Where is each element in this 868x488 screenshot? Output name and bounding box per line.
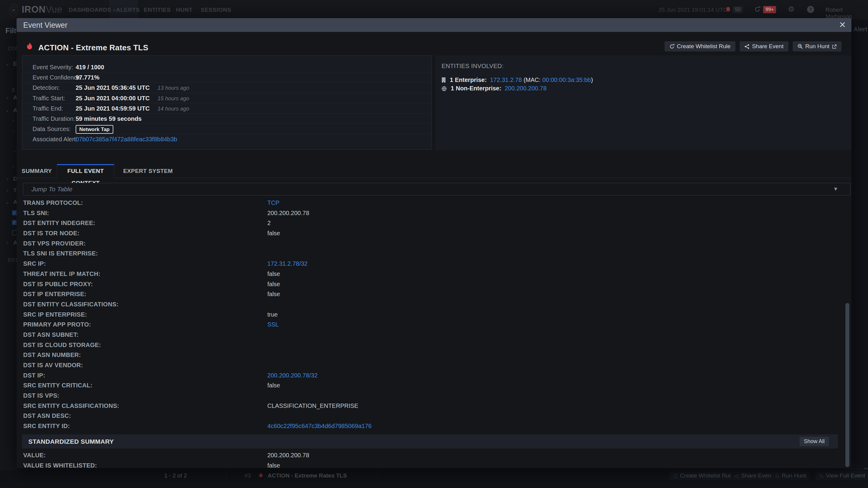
- jump-to-table-dropdown[interactable]: Jump To Table ▼: [23, 183, 850, 195]
- filters-sidebar: Filt COM ⌄ E S › A ⌄ A › › ⌄ › › D › T ⌄…: [0, 20, 17, 469]
- context-row: DST IS PUBLIC PROXY:false: [17, 279, 845, 290]
- external-link-icon: [832, 44, 837, 49]
- checkbox-checked-icon: ✓: [12, 220, 17, 225]
- mac-address-link[interactable]: 00:00:00:3a:35:bb: [542, 76, 591, 83]
- detail-row: Detection:25 Jun 2021 05:36:45 UTC13 hou…: [23, 83, 431, 93]
- modal-header: Event Viewer ✕: [17, 18, 851, 32]
- share-icon: [744, 44, 749, 49]
- bg-view-full-event-button: View Full Event: [815, 471, 868, 480]
- create-whitelist-rule-button[interactable]: Create Whitelist Rule: [664, 41, 735, 52]
- associated-alert-link[interactable]: 07b07c385a7f472a88feac33f8b84b3b: [76, 136, 177, 142]
- circular-arrow-icon: [670, 44, 675, 49]
- enterprise-ip-link[interactable]: 172.31.2.78: [490, 76, 522, 83]
- share-event-button[interactable]: Share Event: [740, 41, 788, 52]
- jump-to-table-placeholder: Jump To Table: [31, 183, 72, 195]
- context-row: TLS SNI:200.200.200.78: [17, 208, 845, 218]
- detail-row: Data Sources:Network Tap: [23, 124, 431, 134]
- sidebar-item: A: [13, 107, 17, 113]
- gear-icon: ⚙: [788, 5, 795, 13]
- detail-row: Traffic End:25 Jun 2021 04:59:59 UTC14 h…: [23, 103, 431, 113]
- detail-row: Event Severity:419 / 1000: [23, 62, 431, 72]
- chevron-down-icon: ⌄: [5, 107, 9, 113]
- chevron-right-icon: ›: [7, 95, 8, 100]
- data-source-badge: Network Tap: [76, 125, 113, 134]
- nav-sessions: SESSIONS: [201, 7, 231, 13]
- src-ip-link[interactable]: 172.31.2.78/32: [267, 260, 307, 267]
- context-row: DST IP:200.200.200.78/32: [17, 370, 845, 381]
- refresh-icon: [754, 6, 761, 12]
- context-row: SRC IP ENTERPRISE:true: [17, 310, 845, 320]
- enterprise-entity-row: 1 Enterprise: 172.31.2.78 (MAC: 00:00:00…: [441, 76, 851, 84]
- top-nav: IRONVue DASHBOARDS ▾ ALERTS ENTITIES HUN…: [0, 0, 868, 20]
- context-row: SRC ENTITY CLASSIFICATIONS:CLASSIFICATIO…: [17, 401, 845, 411]
- bg-create-whitelist-button: Create Whitelist Rule: [670, 471, 737, 480]
- context-row: DST ASN DESC:: [17, 411, 845, 421]
- entities-involved-panel: ENTITIES INVOLVED: 1 Enterprise: 172.31.…: [435, 56, 851, 150]
- logo-text: IRONVue: [22, 4, 62, 15]
- standardized-summary-title: STANDARDIZED SUMMARY: [28, 434, 114, 449]
- background-alert-text: Alert: [854, 26, 867, 33]
- trans-protocol-link[interactable]: TCP: [267, 199, 279, 206]
- chevron-right-icon: ›: [13, 128, 14, 133]
- event-viewer-modal: Event Viewer ✕ ACTION - Extreme Rates TL…: [17, 18, 851, 468]
- chevron-right-icon: ›: [7, 240, 8, 245]
- chevron-down-icon: ⌄: [13, 148, 17, 153]
- tab-expert-system-impact[interactable]: EXPERT SYSTEM IMPACT: [114, 164, 182, 178]
- context-row: SRC IP:172.31.2.78/32: [17, 259, 845, 269]
- detail-row: Event Confidence:97.771%: [23, 72, 431, 83]
- non-enterprise-ip-link[interactable]: 200.200.200.78: [505, 85, 547, 92]
- caret-down-icon: ▾: [113, 8, 116, 13]
- show-all-button[interactable]: Show All: [800, 437, 829, 446]
- dst-ip-link[interactable]: 200.200.200.78/32: [267, 372, 318, 379]
- bell-count-badge: 50: [733, 6, 743, 13]
- chevron-right-icon: ›: [7, 176, 8, 181]
- flame-icon: [26, 42, 33, 51]
- sidebar-item: T: [13, 187, 17, 194]
- background-table-footer: 1 - 2 of 2 #3 ACTION - Extreme Rates TLS…: [0, 469, 868, 481]
- context-row: DST ASN NUMBER:: [17, 350, 845, 360]
- nav-alerts: ALERTS: [116, 7, 140, 13]
- sidebar-item: A: [13, 199, 17, 205]
- bg-run-hunt-button: Run Hunt: [772, 471, 809, 480]
- tab-summary[interactable]: SUMMARY: [17, 164, 57, 178]
- primary-app-proto-link[interactable]: SSL: [267, 321, 279, 328]
- detail-row: Associated Alert:07b07c385a7f472a88feac3…: [23, 134, 431, 144]
- event-actions: Create Whitelist Rule Share Event Run Hu…: [664, 41, 841, 52]
- src-entity-id-link[interactable]: 4c60c22f95c647c3b4d6d7985069a176: [267, 423, 372, 429]
- summary-row: VALUE IS WHITELISTED:false: [17, 461, 845, 468]
- hunt-icon: [798, 44, 803, 49]
- chevron-right-icon: ›: [13, 118, 14, 123]
- context-row: DST IS CLOUD STORAGE:: [17, 340, 845, 350]
- sidebar-section-top: COM: [8, 46, 17, 52]
- modal-scrollbar-thumb[interactable]: [845, 303, 849, 467]
- context-row: SRC ENTITY ID:4c60c22f95c647c3b4d6d79850…: [17, 421, 845, 431]
- context-row: TRANS PROTOCOL:TCP: [17, 198, 845, 208]
- event-details-panel: Event Severity:419 / 1000 Event Confiden…: [22, 56, 432, 150]
- checkbox-empty-icon: [12, 230, 17, 235]
- context-row: THREAT INTEL IP MATCH:false: [17, 269, 845, 279]
- run-hunt-button[interactable]: Run Hunt: [793, 41, 841, 52]
- row-number: #3: [244, 469, 251, 482]
- bg-share-event-button: Share Event: [731, 471, 776, 480]
- context-row: PRIMARY APP PROTO:SSL: [17, 320, 845, 330]
- sidebar-item: D: [13, 175, 17, 182]
- sidebar-item: A: [13, 94, 17, 101]
- app-stage: IRONVue DASHBOARDS ▾ ALERTS ENTITIES HUN…: [0, 0, 868, 488]
- ironnet-logo-icon: [8, 3, 19, 18]
- non-enterprise-entity-row: 1 Non-Enterprise: 200.200.200.78: [441, 84, 851, 93]
- chevron-down-icon: ⌄: [5, 199, 9, 205]
- context-row: DST ENTITY CLASSIFICATIONS:: [17, 299, 845, 310]
- sidebar-item: E: [13, 61, 17, 67]
- standardized-summary-header: STANDARDIZED SUMMARY Show All: [22, 434, 838, 449]
- tab-filler: [182, 164, 851, 178]
- refresh-count-badge: 99+: [763, 6, 776, 13]
- context-row: DST IS AV VENDOR:: [17, 360, 845, 370]
- checkbox-checked-icon: ✓: [12, 210, 17, 216]
- event-tabs: SUMMARY FULL EVENT CONTEXT EXPERT SYSTEM…: [17, 164, 851, 178]
- close-icon[interactable]: ✕: [839, 20, 846, 30]
- tab-full-event-context[interactable]: FULL EVENT CONTEXT: [57, 164, 114, 178]
- modal-title: Event Viewer: [23, 18, 67, 32]
- pagination-label: 1 - 2 of 2: [164, 469, 187, 482]
- divider: [226, 469, 226, 482]
- context-row: TLS SNI IS ENTERPRISE:: [17, 249, 845, 259]
